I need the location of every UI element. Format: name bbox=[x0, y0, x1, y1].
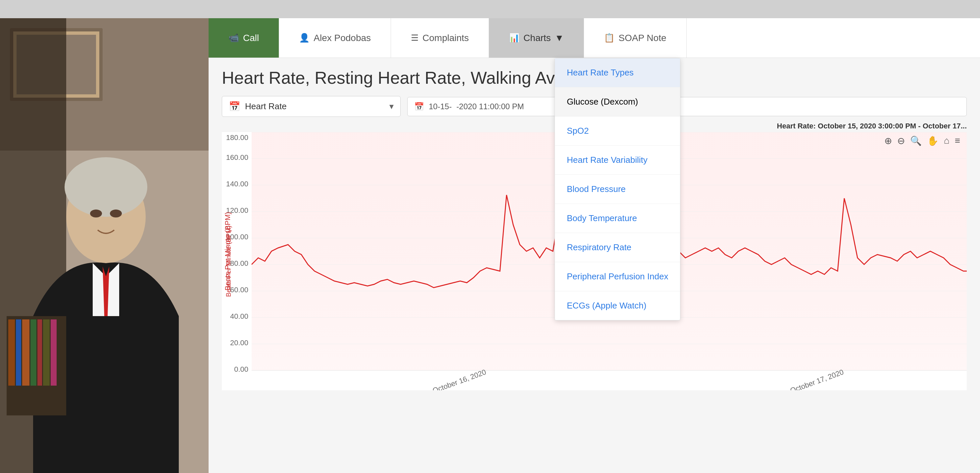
svg-text:0.00: 0.00 bbox=[234, 365, 248, 373]
date-cal-icon: 📅 bbox=[414, 102, 424, 111]
dropdown-item-spo2[interactable]: SpO2 bbox=[555, 116, 680, 146]
charts-icon: 📊 bbox=[509, 33, 519, 43]
dropdown-item-body-temperature[interactable]: Body Temperature bbox=[555, 204, 680, 233]
tab-complaints[interactable]: ☰ Complaints bbox=[391, 18, 489, 57]
svg-text:20.00: 20.00 bbox=[230, 339, 248, 347]
date-start-value: 10-15- bbox=[429, 102, 452, 111]
svg-rect-11 bbox=[8, 319, 15, 386]
tab-call[interactable]: 📹 Call bbox=[208, 18, 279, 57]
browser-top-bar bbox=[0, 0, 980, 18]
metric-cal-icon: 📅 bbox=[229, 101, 240, 112]
navigation-bar: 📹 Call 👤 Alex Podobas ☰ Complaints 📊 Cha… bbox=[208, 18, 980, 58]
dropdown-item-glucose[interactable]: Glucose (Dexcom) bbox=[555, 87, 680, 116]
dropdown-item-heart-rate-types[interactable]: Heart Rate Types bbox=[555, 58, 680, 87]
blood-pressure-link[interactable]: Blood Pressure bbox=[567, 184, 626, 194]
metric-value: Heart Rate bbox=[245, 101, 287, 111]
tab-call-label: Call bbox=[243, 33, 259, 43]
metric-dropdown-arrow: ▾ bbox=[389, 101, 394, 111]
tab-soap-label: SOAP Note bbox=[619, 33, 666, 43]
main-content: 📹 Call 👤 Alex Podobas ☰ Complaints 📊 Cha… bbox=[208, 18, 980, 473]
dropdown-item-heart-rate-variability[interactable]: Heart Rate Variability bbox=[555, 146, 680, 175]
svg-point-9 bbox=[110, 210, 122, 217]
zoom-in-icon[interactable]: ⊕ bbox=[884, 135, 892, 146]
video-background bbox=[0, 18, 208, 473]
svg-rect-13 bbox=[22, 319, 29, 386]
ppi-link[interactable]: Peripheral Perfusion Index bbox=[567, 271, 668, 281]
tab-patient-label: Alex Podobas bbox=[313, 33, 371, 43]
tab-charts[interactable]: 📊 Charts ▼ bbox=[489, 18, 584, 57]
svg-rect-16 bbox=[43, 319, 50, 386]
svg-point-7 bbox=[65, 157, 147, 217]
zoom-icon[interactable]: 🔍 bbox=[910, 135, 922, 146]
patient-icon: 👤 bbox=[299, 33, 310, 43]
complaints-icon: ☰ bbox=[411, 33, 418, 43]
dropdown-item-blood-pressure[interactable]: Blood Pressure bbox=[555, 175, 680, 204]
tab-complaints-label: Complaints bbox=[422, 33, 469, 43]
metric-selector[interactable]: 📅 Heart Rate ▾ bbox=[222, 96, 401, 117]
home-icon[interactable]: ⌂ bbox=[944, 135, 950, 146]
body-temp-link[interactable]: Body Temperature bbox=[567, 213, 637, 223]
hrv-link[interactable]: Heart Rate Variability bbox=[567, 155, 648, 165]
date-end-value: -2020 11:00:00 PM bbox=[456, 102, 524, 111]
charts-dropdown-menu: Heart Rate Types Glucose (Dexcom) SpO2 H… bbox=[555, 58, 680, 321]
tab-patient[interactable]: 👤 Alex Podobas bbox=[279, 18, 391, 57]
svg-point-8 bbox=[90, 210, 102, 217]
menu-icon[interactable]: ≡ bbox=[955, 135, 960, 146]
svg-text:140.00: 140.00 bbox=[226, 180, 248, 188]
dropdown-item-ecgs[interactable]: ECGs (Apple Watch) bbox=[555, 291, 680, 320]
tab-charts-label: Charts bbox=[523, 33, 550, 43]
glucose-label: Glucose (Dexcom) bbox=[567, 97, 638, 106]
zoom-out-icon[interactable]: ⊖ bbox=[897, 135, 905, 146]
y-axis-title: Beats Per Minute (BPM) bbox=[218, 195, 239, 327]
spo2-link[interactable]: SpO2 bbox=[567, 126, 589, 136]
svg-rect-17 bbox=[51, 319, 57, 386]
svg-text:180.00: 180.00 bbox=[226, 133, 248, 142]
svg-text:160.00: 160.00 bbox=[226, 153, 248, 162]
dropdown-item-peripheral-perfusion-index[interactable]: Peripheral Perfusion Index bbox=[555, 262, 680, 291]
svg-rect-12 bbox=[16, 319, 21, 386]
call-icon: 📹 bbox=[228, 33, 239, 43]
video-panel bbox=[0, 18, 208, 473]
svg-rect-15 bbox=[37, 319, 42, 386]
svg-rect-14 bbox=[30, 319, 37, 386]
respiratory-rate-link[interactable]: Respiratory Rate bbox=[567, 242, 632, 252]
pan-icon[interactable]: ✋ bbox=[927, 135, 939, 146]
chart-toolbar: ⊕ ⊖ 🔍 ✋ ⌂ ≡ bbox=[884, 135, 960, 146]
person-video bbox=[0, 18, 208, 473]
ecgs-link[interactable]: ECGs (Apple Watch) bbox=[567, 300, 646, 311]
tab-soap[interactable]: 📋 SOAP Note bbox=[584, 18, 686, 57]
heart-rate-types-link[interactable]: Heart Rate Types bbox=[567, 68, 634, 78]
charts-dropdown-arrow: ▼ bbox=[555, 33, 564, 43]
soap-icon: 📋 bbox=[604, 33, 614, 43]
dropdown-item-respiratory-rate[interactable]: Respiratory Rate bbox=[555, 233, 680, 262]
date-range-selector[interactable]: 📅 10-15- -2020 11:00:00 PM bbox=[407, 97, 967, 116]
